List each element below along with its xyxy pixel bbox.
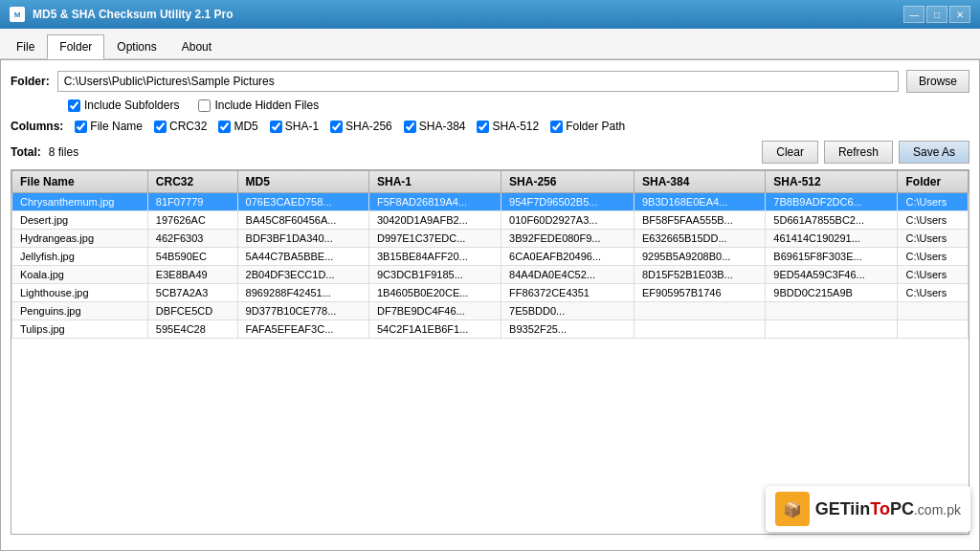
header-filename: File Name (12, 171, 148, 193)
folder-path-input[interactable] (57, 71, 899, 92)
table-cell: B69615F8F303E... (766, 248, 898, 266)
table-cell: 1B4605B0E20CE... (368, 284, 501, 302)
total-value: 8 files (49, 145, 762, 159)
table-cell: Lighthouse.jpg (12, 284, 148, 302)
table-row[interactable]: Penguins.jpgDBFCE5CD9D377B10CE778...DF7B… (12, 302, 969, 320)
total-label: Total: (11, 145, 41, 159)
table-cell: 076E3CAED758... (237, 193, 368, 211)
table-cell: Penguins.jpg (12, 302, 148, 320)
table-cell (766, 320, 898, 339)
table-cell (898, 302, 969, 320)
table-cell: E3E8BA49 (147, 266, 237, 284)
browse-button[interactable]: Browse (906, 70, 969, 93)
col-sha256[interactable]: SHA-256 (330, 120, 392, 133)
table-cell: 3B15BE84AFF20... (368, 248, 501, 266)
table-row[interactable]: Tulips.jpg595E4C28FAFA5EFEAF3C...54C2F1A… (12, 320, 969, 339)
table-cell: EF905957B1746 (634, 284, 765, 302)
col-filename[interactable]: File Name (75, 120, 143, 133)
table-cell (634, 320, 765, 339)
col-folder-path[interactable]: Folder Path (550, 120, 625, 133)
table-cell: DBFCE5CD (147, 302, 237, 320)
table-cell: FAFA5EFEAF3C... (237, 320, 368, 339)
include-hidden-files-checkbox[interactable]: Include Hidden Files (198, 99, 319, 112)
subfolders-check[interactable] (68, 99, 80, 112)
table-cell: 81F07779 (147, 193, 237, 211)
checkboxes-row: Include Subfolders Include Hidden Files (68, 99, 969, 112)
table-cell: D997E1C37EDC... (368, 230, 501, 248)
table-cell: BF58F5FAA555B... (634, 211, 765, 230)
table-cell: 54C2F1A1EB6F1... (368, 320, 501, 339)
table-cell: F5F8AD26819A4... (368, 193, 501, 211)
table-cell: C:\Users (898, 248, 969, 266)
col-sha384[interactable]: SHA-384 (404, 120, 466, 133)
table-row[interactable]: Chrysanthemum.jpg81F07779076E3CAED758...… (12, 193, 969, 211)
table-cell: 3B92FEDE080F9... (501, 230, 635, 248)
action-buttons: Clear Refresh Save As (762, 141, 969, 164)
include-hidden-label: Include Hidden Files (214, 99, 319, 112)
table-cell: C:\Users (898, 284, 969, 302)
table-cell: Jellyfish.jpg (12, 248, 148, 266)
header-folder: Folder (898, 171, 969, 193)
save-as-button[interactable]: Save As (899, 141, 969, 164)
table-cell: 54B590EC (147, 248, 237, 266)
include-subfolders-checkbox[interactable]: Include Subfolders (68, 99, 179, 112)
include-subfolders-label: Include Subfolders (84, 99, 179, 112)
columns-label: Columns: (11, 120, 63, 133)
table-row[interactable]: Jellyfish.jpg54B590EC5A44C7BA5BBE...3B15… (12, 248, 969, 266)
table-cell: C:\Users (898, 193, 969, 211)
table-cell: Desert.jpg (12, 211, 148, 230)
menu-options[interactable]: Options (104, 33, 168, 58)
total-row: Total: 8 files Clear Refresh Save As (11, 141, 969, 164)
table-cell: C:\Users (898, 230, 969, 248)
title-bar: M MD5 & SHA Checksum Utility 2.1 Pro — □… (0, 0, 980, 29)
table-cell: Tulips.jpg (12, 320, 148, 339)
menu-file[interactable]: File (4, 33, 47, 58)
table-cell: 595E4C28 (147, 320, 237, 339)
table-cell: 462F6303 (147, 230, 237, 248)
table-cell: 461414C190291... (766, 230, 898, 248)
table-row[interactable]: Hydrangeas.jpg462F6303BDF3BF1DA340...D99… (12, 230, 969, 248)
hidden-files-check[interactable] (198, 99, 211, 112)
col-sha1[interactable]: SHA-1 (270, 120, 319, 133)
menu-bar: File Folder Options About (0, 29, 980, 59)
header-sha256: SHA-256 (501, 171, 635, 193)
main-content: Folder: Browse Include Subfolders Includ… (0, 59, 980, 551)
folder-label: Folder: (11, 75, 50, 88)
table-row[interactable]: Lighthouse.jpg5CB7A2A38969288F42451...1B… (12, 284, 969, 302)
menu-folder[interactable]: Folder (47, 34, 104, 59)
table-row[interactable]: Koala.jpgE3E8BA492B04DF3ECC1D...9C3DCB1F… (12, 266, 969, 284)
table-cell: 8969288F42451... (237, 284, 368, 302)
clear-button[interactable]: Clear (762, 141, 818, 164)
col-sha512[interactable]: SHA-512 (477, 120, 539, 133)
table-cell (634, 302, 765, 320)
minimize-button[interactable]: — (903, 6, 924, 23)
table-header-row: File Name CRC32 MD5 SHA-1 SHA-256 SHA-38… (12, 171, 969, 193)
file-table-container[interactable]: File Name CRC32 MD5 SHA-1 SHA-256 SHA-38… (11, 169, 969, 535)
col-crc32[interactable]: CRC32 (154, 120, 207, 133)
table-row[interactable]: Desert.jpg197626ACBA45C8F60456A...30420D… (12, 211, 969, 230)
table-cell: C:\Users (898, 211, 969, 230)
header-sha512: SHA-512 (766, 171, 898, 193)
maximize-button[interactable]: □ (926, 6, 947, 23)
watermark: 📦 GETiinToPC.com.pk (766, 486, 970, 532)
refresh-button[interactable]: Refresh (824, 141, 893, 164)
watermark-logo: 📦 (775, 492, 810, 526)
table-cell: B9352F25... (501, 320, 635, 339)
file-table: File Name CRC32 MD5 SHA-1 SHA-256 SHA-38… (11, 170, 969, 339)
table-cell: 197626AC (147, 211, 237, 230)
header-crc32: CRC32 (147, 171, 237, 193)
table-cell: 7B8B9ADF2DC6... (766, 193, 898, 211)
close-button[interactable]: ✕ (949, 6, 970, 23)
table-cell: E632665B15DD... (634, 230, 765, 248)
table-cell (898, 320, 969, 339)
table-cell: 9B3D168E0EA4... (634, 193, 765, 211)
table-cell: 84A4DA0E4C52... (501, 266, 635, 284)
col-md5[interactable]: MD5 (218, 120, 257, 133)
columns-row: Columns: File Name CRC32 MD5 SHA-1 SHA-2… (11, 120, 969, 133)
table-cell: 954F7D96502B5... (501, 193, 635, 211)
menu-about[interactable]: About (169, 33, 224, 58)
table-cell: Chrysanthemum.jpg (12, 193, 148, 211)
table-cell: BDF3BF1DA340... (237, 230, 368, 248)
table-cell: 010F60D2927A3... (501, 211, 635, 230)
app-title: MD5 & SHA Checksum Utility 2.1 Pro (33, 8, 234, 21)
